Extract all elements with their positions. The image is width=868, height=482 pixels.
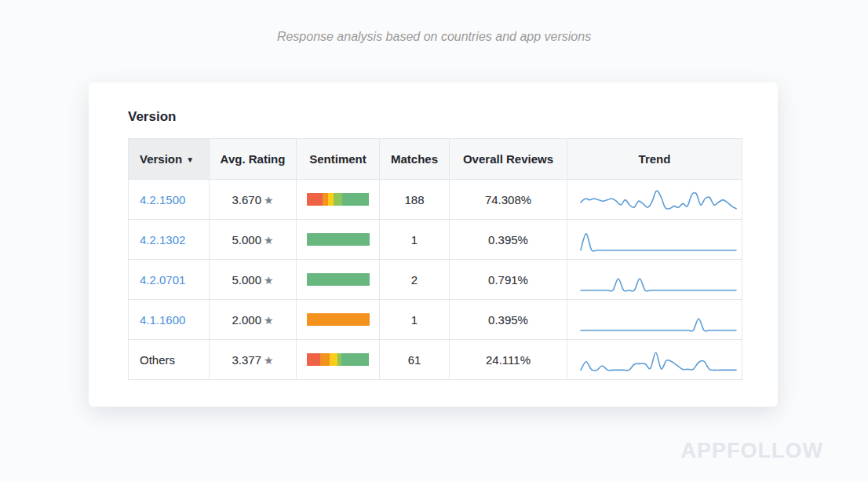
rating-value: 5.000 <box>232 233 261 246</box>
version-link[interactable]: 4.2.0701 <box>140 273 185 287</box>
overall-value: 0.395% <box>488 313 528 327</box>
star-icon: ★ <box>264 354 274 367</box>
star-icon: ★ <box>264 314 274 327</box>
trend-sparkline <box>578 263 739 294</box>
rating-value: 5.000 <box>232 273 261 287</box>
sentiment-bar <box>307 313 370 326</box>
sentiment-segment-green <box>307 273 370 286</box>
version-link[interactable]: 4.2.1500 <box>140 193 185 206</box>
sentiment-segment-light_green <box>334 193 342 206</box>
sentiment-segment-yellow <box>330 353 337 366</box>
matches-cell: 2 <box>380 260 450 300</box>
matches-value: 1 <box>411 313 418 327</box>
sentiment-cell <box>297 340 380 380</box>
overall-cell: 0.395% <box>450 300 567 340</box>
sentiment-segment-red <box>307 353 321 366</box>
rating-cell: 5.000★ <box>210 260 297 300</box>
column-header-version[interactable]: Version▼ <box>129 139 210 180</box>
column-header-sentiment[interactable]: Sentiment <box>297 139 380 180</box>
rating-cell: 5.000★ <box>210 220 297 260</box>
trend-sparkline <box>578 303 739 334</box>
trend-sparkline <box>578 223 739 254</box>
version-cell: 4.2.0701 <box>129 260 210 300</box>
version-cell: Others <box>129 340 210 380</box>
rating-value: 2.000 <box>232 313 261 327</box>
rating-value: 3.670 <box>232 193 261 206</box>
sentiment-bar <box>307 193 370 206</box>
sentiment-cell <box>297 300 380 340</box>
matches-value: 1 <box>411 233 418 246</box>
column-header-avg-rating[interactable]: Avg. Rating <box>210 139 297 180</box>
sort-desc-icon[interactable]: ▼ <box>186 155 194 164</box>
overall-cell: 0.395% <box>450 220 567 260</box>
overall-value: 74.308% <box>485 193 531 206</box>
analysis-card: Version Version▼ Avg. Rating Sentiment M… <box>89 82 778 407</box>
sentiment-segment-orange <box>307 313 370 326</box>
overall-cell: 74.308% <box>450 180 567 220</box>
sentiment-cell <box>297 180 380 220</box>
trend-cell <box>567 180 742 220</box>
rating-cell: 2.000★ <box>210 300 297 340</box>
sentiment-segment-red <box>307 193 323 206</box>
column-header-trend[interactable]: Trend <box>567 139 742 180</box>
page-subtitle: Response analysis based on countries and… <box>0 30 868 44</box>
version-link[interactable]: 4.1.1600 <box>140 313 185 327</box>
matches-value: 188 <box>404 193 424 206</box>
sentiment-cell <box>297 220 380 260</box>
column-header-version-label: Version <box>140 152 182 166</box>
version-cell: 4.2.1302 <box>129 220 210 260</box>
sentiment-cell <box>297 260 380 300</box>
version-table: Version▼ Avg. Rating Sentiment Matches O… <box>128 138 742 380</box>
version-cell: 4.2.1500 <box>129 180 210 220</box>
sentiment-segment-orange <box>320 353 330 366</box>
matches-cell: 188 <box>380 180 450 220</box>
version-cell: 4.1.1600 <box>129 300 210 340</box>
version-link[interactable]: 4.2.1302 <box>140 233 185 246</box>
star-icon: ★ <box>264 234 274 246</box>
sentiment-segment-green <box>342 193 369 206</box>
table-row: 4.2.1500 3.670★ 188 74.308% <box>129 180 742 220</box>
sentiment-segment-yellow <box>328 193 334 206</box>
trend-cell <box>567 260 742 300</box>
rating-cell: 3.670★ <box>210 180 297 220</box>
matches-value: 2 <box>411 273 418 287</box>
sentiment-segment-green <box>341 353 369 366</box>
sentiment-segment-green <box>307 233 370 246</box>
trend-sparkline <box>578 343 739 374</box>
column-header-matches[interactable]: Matches <box>380 139 450 180</box>
overall-value: 0.395% <box>488 233 528 246</box>
header-row: Version▼ Avg. Rating Sentiment Matches O… <box>129 139 742 180</box>
table-row: 4.2.1302 5.000★ 1 0.395% <box>129 220 742 260</box>
overall-value: 0.791% <box>488 273 528 287</box>
table-row: 4.2.0701 5.000★ 2 0.791% <box>129 260 742 300</box>
overall-value: 24.111% <box>486 353 531 367</box>
column-header-overall-reviews[interactable]: Overall Reviews <box>450 139 567 180</box>
star-icon: ★ <box>264 274 274 287</box>
trend-sparkline <box>578 183 739 214</box>
matches-value: 61 <box>408 353 421 367</box>
table-row: Others 3.377★ 61 24.111% <box>129 340 742 380</box>
card-title: Version <box>128 109 176 125</box>
version-table-body: 4.2.1500 3.670★ 188 74.308% 4.2.1302 5.0… <box>129 180 742 380</box>
overall-cell: 0.791% <box>450 260 567 300</box>
overall-cell: 24.111% <box>450 340 567 380</box>
star-icon: ★ <box>264 194 274 206</box>
trend-cell <box>567 300 742 340</box>
rating-value: 3.377 <box>232 353 261 367</box>
version-table-header: Version▼ Avg. Rating Sentiment Matches O… <box>129 139 742 180</box>
sentiment-bar <box>307 233 370 246</box>
sentiment-segment-orange <box>323 193 328 206</box>
table-row: 4.1.1600 2.000★ 1 0.395% <box>129 300 742 340</box>
matches-cell: 61 <box>380 340 450 380</box>
trend-cell <box>567 340 742 380</box>
sentiment-bar <box>307 353 370 366</box>
trend-cell <box>567 220 742 260</box>
version-link: Others <box>140 353 175 367</box>
sentiment-bar <box>307 273 370 286</box>
matches-cell: 1 <box>380 220 450 260</box>
rating-cell: 3.377★ <box>210 340 297 380</box>
appfollow-watermark: APPFOLLOW <box>681 439 823 463</box>
matches-cell: 1 <box>380 300 450 340</box>
